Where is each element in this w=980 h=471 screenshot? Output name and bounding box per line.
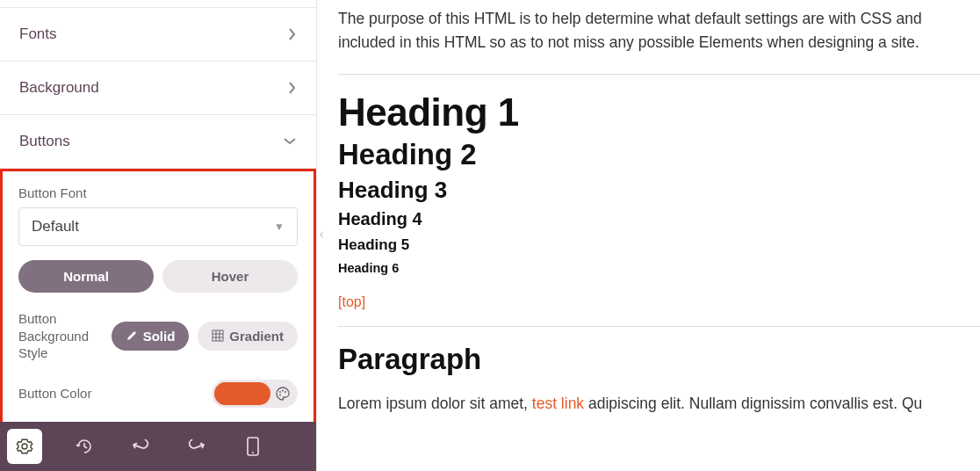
svg-point-1	[279, 391, 281, 393]
divider	[338, 326, 980, 327]
redo-button[interactable]	[179, 429, 214, 464]
chevron-right-icon	[288, 81, 297, 95]
divider	[338, 74, 980, 75]
heading-5: Heading 5	[338, 236, 980, 254]
bg-style-solid-label: Solid	[143, 329, 176, 344]
paragraph-heading: Paragraph	[338, 343, 980, 376]
button-color-control[interactable]	[212, 380, 298, 408]
svg-point-2	[282, 389, 284, 391]
section-fonts[interactable]: Fonts	[0, 7, 316, 62]
bg-style-label: Button Background Style	[18, 310, 101, 362]
svg-rect-0	[213, 330, 223, 341]
heading-6: Heading 6	[338, 261, 980, 275]
palette-icon[interactable]	[270, 387, 295, 401]
heading-4: Heading 4	[338, 209, 980, 229]
pencil-icon	[126, 330, 138, 342]
state-tab-hover[interactable]: Hover	[162, 260, 298, 293]
grid-icon	[212, 330, 224, 342]
section-background-label: Background	[19, 79, 99, 97]
undo-button[interactable]	[123, 429, 158, 464]
bg-style-gradient-label: Gradient	[229, 329, 284, 344]
intro-text: The purpose of this HTML is to help dete…	[338, 7, 980, 54]
bg-style-gradient[interactable]: Gradient	[198, 322, 298, 351]
section-buttons[interactable]: Buttons	[0, 115, 316, 169]
bg-style-solid[interactable]: Solid	[112, 322, 190, 351]
history-button[interactable]	[67, 429, 102, 464]
chevron-right-icon	[288, 27, 297, 41]
paragraph-text-post: adipiscing elit. Nullam dignissim conval…	[584, 395, 922, 412]
svg-point-3	[285, 391, 286, 393]
heading-2: Heading 2	[338, 138, 980, 171]
section-background[interactable]: Background	[0, 62, 316, 115]
section-buttons-label: Buttons	[19, 133, 70, 150]
test-link[interactable]: test link	[532, 395, 584, 412]
chevron-down-icon	[283, 137, 297, 146]
section-fonts-label: Fonts	[19, 25, 57, 43]
top-link[interactable]: [top]	[338, 294, 365, 310]
svg-point-4	[279, 394, 281, 395]
mobile-preview-button[interactable]	[235, 429, 270, 464]
button-color-label: Button Color	[18, 386, 91, 401]
paragraph-text-pre: Lorem ipsum dolor sit amet,	[338, 395, 532, 412]
dropdown-caret-icon: ▼	[274, 221, 285, 233]
state-tab-normal[interactable]: Normal	[18, 260, 154, 293]
color-swatch[interactable]	[214, 382, 270, 405]
button-font-label: Button Font	[18, 185, 298, 200]
bottom-toolbar	[0, 422, 316, 471]
svg-point-6	[252, 452, 254, 453]
heading-1: Heading 1	[338, 91, 980, 134]
settings-button[interactable]	[7, 429, 42, 464]
collapse-sidebar-button[interactable]: ‹	[316, 223, 327, 244]
button-font-select[interactable]: Default ▼	[18, 207, 298, 246]
preview-pane: The purpose of this HTML is to help dete…	[317, 0, 980, 471]
heading-3: Heading 3	[338, 177, 980, 204]
button-font-value: Default	[32, 218, 79, 236]
paragraph-body: Lorem ipsum dolor sit amet, test link ad…	[338, 392, 980, 416]
